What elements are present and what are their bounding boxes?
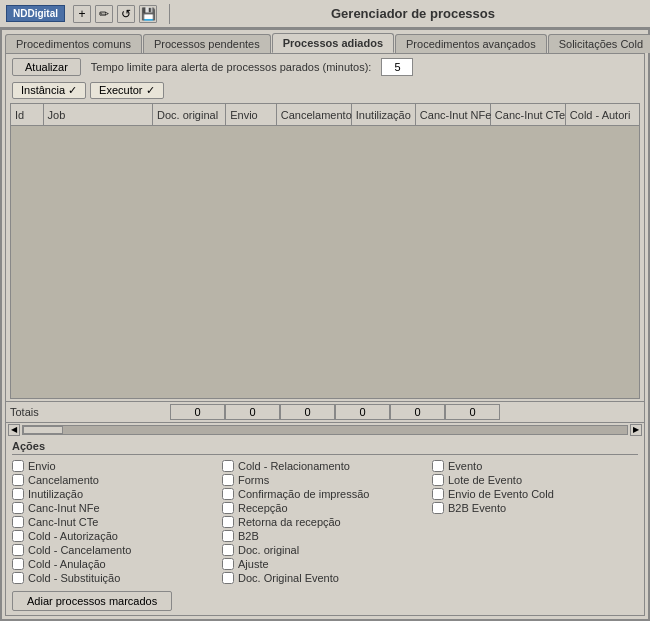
action-cold-autorizacao: Cold - Autorização [12, 529, 218, 543]
title-bar: NDDigital + ✏ ↺ 💾 Gerenciador de process… [0, 0, 650, 28]
action-envio: Envio [12, 459, 218, 473]
label-recepcao: Recepção [238, 502, 288, 514]
action-cold-cancelamento: Cold - Cancelamento [12, 543, 218, 557]
label-b2b: B2B [238, 530, 259, 542]
checkbox-cold-substituicao[interactable] [12, 572, 24, 584]
checkbox-b2b[interactable] [222, 530, 234, 542]
col-doc-original: Doc. original [153, 104, 226, 125]
update-button[interactable]: Atualizar [12, 58, 81, 76]
add-processes-button[interactable]: Adiar processos marcados [12, 591, 172, 611]
refresh-icon[interactable]: ↺ [117, 5, 135, 23]
action-cold-substituicao: Cold - Substituição [12, 571, 218, 585]
checkbox-retorno[interactable] [222, 516, 234, 528]
tab-processos-pendentes[interactable]: Processos pendentes [143, 34, 271, 53]
actions-col1: Envio Cancelamento Inutilização Canc-Inu… [12, 459, 218, 585]
checkbox-ajuste[interactable] [222, 558, 234, 570]
checkbox-doc-original[interactable] [222, 544, 234, 556]
actions-col2: Cold - Relacionamento Forms Confirmação … [222, 459, 428, 585]
checkbox-recepcao[interactable] [222, 502, 234, 514]
save-icon[interactable]: 💾 [139, 5, 157, 23]
action-confirmacao: Confirmação de impressão [222, 487, 428, 501]
label-doc-original-evento: Doc. Original Evento [238, 572, 339, 584]
action-inutilizacao: Inutilização [12, 487, 218, 501]
total-5: 0 [445, 404, 500, 420]
action-b2b: B2B [222, 529, 428, 543]
label-doc-original: Doc. original [238, 544, 299, 556]
add-icon[interactable]: + [73, 5, 91, 23]
label-ajuste: Ajuste [238, 558, 269, 570]
action-lote-evento: Lote de Evento [432, 473, 638, 487]
checkbox-lote-evento[interactable] [432, 474, 444, 486]
tab-procedimentos-comuns[interactable]: Procedimentos comuns [5, 34, 142, 53]
content-area: Atualizar Tempo limite para alerta de pr… [5, 53, 645, 616]
col-cold: Cold - Autori [566, 104, 639, 125]
totals-row: Totais 0 0 0 0 0 0 [6, 401, 644, 422]
action-recepcao: Recepção [222, 501, 428, 515]
label-cold-autorizacao: Cold - Autorização [28, 530, 118, 542]
total-0: 0 [170, 404, 225, 420]
title-separator [169, 4, 170, 24]
action-cold-anulacao: Cold - Anulação [12, 557, 218, 571]
horizontal-scrollbar[interactable]: ◀ ▶ [6, 422, 644, 436]
col-canc-nfe: Canc-Inut NFe [416, 104, 491, 125]
checkbox-canc-cte[interactable] [12, 516, 24, 528]
page-title: Gerenciador de processos [182, 6, 644, 21]
col-cancelamento: Cancelamento [277, 104, 352, 125]
checkbox-confirmacao[interactable] [222, 488, 234, 500]
label-b2b-evento: B2B Evento [448, 502, 506, 514]
label-cold-relacionamento: Cold - Relacionamento [238, 460, 350, 472]
scroll-right-arrow[interactable]: ▶ [630, 424, 642, 436]
label-envio-evento-cold: Envio de Evento Cold [448, 488, 554, 500]
scroll-left-arrow[interactable]: ◀ [8, 424, 20, 436]
action-cold-relacionamento: Cold - Relacionamento [222, 459, 428, 473]
checkbox-envio-evento-cold[interactable] [432, 488, 444, 500]
filter-row: Instância ✓ Executor ✓ [6, 80, 644, 101]
checkbox-cold-relacionamento[interactable] [222, 460, 234, 472]
checkbox-b2b-evento[interactable] [432, 502, 444, 514]
filter-instancia[interactable]: Instância ✓ [12, 82, 86, 99]
checkbox-cold-cancelamento[interactable] [12, 544, 24, 556]
timer-label: Tempo limite para alerta de processos pa… [91, 61, 372, 73]
tab-processos-adiados[interactable]: Processos adiados [272, 33, 394, 53]
tab-procedimentos-avancados[interactable]: Procedimentos avançados [395, 34, 547, 53]
tab-solicitacoes-cold[interactable]: Solicitações Cold [548, 34, 650, 53]
actions-section: Ações Envio Cancelamento Inutilização [6, 436, 644, 587]
checkbox-doc-original-evento[interactable] [222, 572, 234, 584]
label-canc-nfe: Canc-Inut NFe [28, 502, 100, 514]
checkbox-cold-autorizacao[interactable] [12, 530, 24, 542]
label-cold-cancelamento: Cold - Cancelamento [28, 544, 131, 556]
label-evento: Evento [448, 460, 482, 472]
total-4: 0 [390, 404, 445, 420]
edit-icon[interactable]: ✏ [95, 5, 113, 23]
checkbox-inutilizacao[interactable] [12, 488, 24, 500]
label-canc-cte: Canc-Inut CTe [28, 516, 98, 528]
col-envio: Envio [226, 104, 277, 125]
table-header: Id Job Doc. original Envio Cancelamento … [11, 104, 639, 126]
main-container: Procedimentos comuns Processos pendentes… [0, 28, 650, 621]
data-table: Id Job Doc. original Envio Cancelamento … [10, 103, 640, 399]
action-doc-original: Doc. original [222, 543, 428, 557]
label-envio: Envio [28, 460, 56, 472]
action-canc-nfe: Canc-Inut NFe [12, 501, 218, 515]
action-envio-evento-cold: Envio de Evento Cold [432, 487, 638, 501]
action-canc-cte: Canc-Inut CTe [12, 515, 218, 529]
scroll-track[interactable] [22, 425, 628, 435]
checkbox-envio[interactable] [12, 460, 24, 472]
action-cancelamento: Cancelamento [12, 473, 218, 487]
checkbox-canc-nfe[interactable] [12, 502, 24, 514]
add-btn-row: Adiar processos marcados [6, 587, 644, 615]
checkbox-evento[interactable] [432, 460, 444, 472]
actions-title: Ações [12, 440, 638, 455]
timer-input[interactable] [381, 58, 413, 76]
checkbox-cold-anulacao[interactable] [12, 558, 24, 570]
action-forms: Forms [222, 473, 428, 487]
scroll-thumb[interactable] [23, 426, 63, 434]
filter-executor[interactable]: Executor ✓ [90, 82, 163, 99]
label-cold-substituicao: Cold - Substituição [28, 572, 120, 584]
title-bar-icons: + ✏ ↺ 💾 [73, 5, 157, 23]
checkbox-cancelamento[interactable] [12, 474, 24, 486]
col-id: Id [11, 104, 44, 125]
totals-label: Totais [10, 406, 170, 418]
col-job: Job [44, 104, 153, 125]
checkbox-forms[interactable] [222, 474, 234, 486]
